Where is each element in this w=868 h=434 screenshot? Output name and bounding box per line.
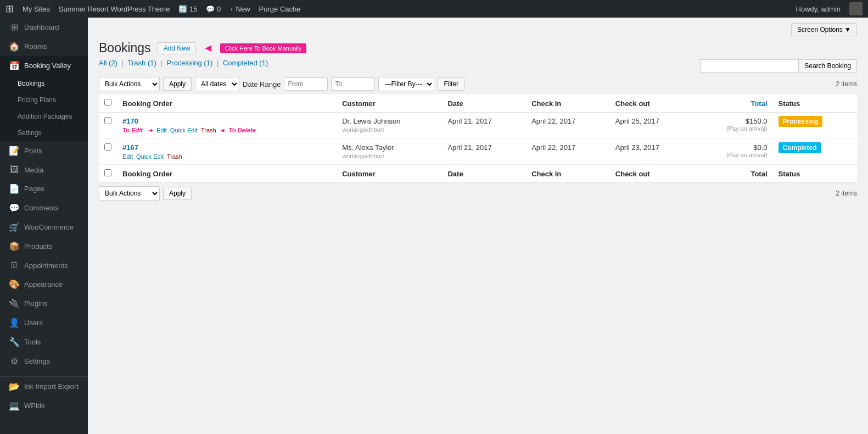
quick-edit-link-167[interactable]: Quick Edit (136, 153, 164, 160)
my-sites-link[interactable]: My Sites (23, 5, 50, 13)
sidebar-item-appointments[interactable]: 🗓 Appointments (0, 256, 88, 275)
bulk-actions-select-top[interactable]: Bulk Actions Move to Trash (99, 77, 160, 91)
row-checkout-167: April 23, 2017 (610, 139, 694, 165)
add-new-annotation: Click Here To Book Manually (220, 43, 306, 53)
screen-options-bar: Screen Options ▼ (99, 23, 857, 36)
row-booking-order-170: #170 To Edit ➜ Edit Quick Edit Trash ◄ T… (117, 113, 337, 139)
products-icon: 📦 (9, 241, 20, 252)
booking-valley-submenu: Bookings Pricing Plans Addition Packages… (0, 75, 88, 141)
trash-link-167[interactable]: Trash (167, 153, 182, 160)
sidebar-item-products[interactable]: 📦 Products (0, 237, 88, 256)
header-checkbox-col (99, 94, 117, 113)
sidebar-item-label: Booking Valley (24, 62, 71, 70)
filter-completed[interactable]: Completed (1) (223, 59, 268, 67)
sidebar-item-posts[interactable]: 📝 Posts (0, 141, 88, 160)
add-new-button[interactable]: Add New (158, 42, 197, 54)
search-booking-input[interactable] (700, 59, 799, 73)
purge-cache-link[interactable]: Purge Cache (259, 5, 301, 13)
row-total-170: $150.0 (Pay on arrival) (693, 113, 772, 139)
sidebar-item-label: Tools (24, 338, 41, 346)
plugins-icon: 🔌 (9, 298, 20, 309)
sidebar-item-woocommerce[interactable]: 🛒 WooCommerce (0, 218, 88, 237)
sidebar-item-label: Dashboard (24, 23, 59, 31)
sidebar-item-bookings[interactable]: Bookings (0, 75, 88, 92)
sidebar-item-tools[interactable]: 🔧 Tools (0, 332, 88, 352)
theme-name-link[interactable]: Summer Resort WordPress Theme (59, 5, 170, 13)
sidebar-item-addition-packages[interactable]: Addition Packages (0, 108, 88, 125)
sidebar-item-rooms[interactable]: 🏠 Rooms (0, 37, 88, 56)
posts-icon: 📝 (9, 146, 20, 156)
sidebar-item-appearance[interactable]: 🎨 Appearance (0, 275, 88, 294)
comments-count[interactable]: 💬 0 (206, 5, 221, 13)
row-customer-167: Ms. Alexa Taylor workingwithburt (337, 139, 442, 165)
table-row: #167 Edit Quick Edit Trash Ms. Alexa Tay… (99, 139, 857, 165)
edit-link-170[interactable]: Edit (156, 127, 167, 134)
appointments-icon: 🗓 (9, 260, 20, 270)
updates-count[interactable]: 🔄 15 (178, 5, 197, 13)
filter-all[interactable]: All (2) (99, 59, 117, 67)
booking-order-link-170[interactable]: #170 (122, 117, 138, 125)
howdy-text: Howdy, admin (796, 5, 841, 13)
trash-link-170[interactable]: Trash (201, 127, 216, 134)
filter-links: All (2) | Trash (1) | Processing (1) | C… (99, 59, 268, 67)
screen-options-button[interactable]: Screen Options ▼ (791, 23, 857, 36)
apply-button-bottom[interactable]: Apply (163, 187, 192, 200)
booking-valley-icon: 📅 (9, 60, 20, 71)
select-all-checkbox-top[interactable] (104, 99, 111, 106)
sidebar-item-comments[interactable]: 💬 Comments (0, 198, 88, 218)
sidebar-item-ink-import-export[interactable]: 📂 Ink Import Export (0, 377, 88, 396)
from-input[interactable] (284, 77, 328, 91)
search-booking-button[interactable]: Search Booking (799, 59, 857, 73)
row-checkout-170: April 25, 2017 (610, 113, 694, 139)
sidebar-item-pages[interactable]: 📄 Pages (0, 179, 88, 198)
row-date-167: April 21, 2017 (442, 139, 526, 165)
select-all-checkbox-bottom[interactable] (104, 169, 111, 176)
sidebar-item-media[interactable]: 🖼 Media (0, 160, 88, 179)
row-checkin-167: April 22, 2017 (526, 139, 610, 165)
row-date-170: April 21, 2017 (442, 113, 526, 139)
sidebar-item-dashboard[interactable]: ⊞ Dashboard (0, 18, 88, 37)
sidebar-item-settings[interactable]: ⚙ Settings (0, 352, 88, 371)
new-link[interactable]: + New (229, 5, 250, 13)
wp-logo-icon[interactable]: ⊞ (5, 3, 14, 15)
media-icon: 🖼 (9, 165, 20, 175)
admin-bar: ⊞ My Sites Summer Resort WordPress Theme… (0, 0, 868, 18)
quick-edit-link-170[interactable]: Quick Edit (170, 127, 198, 134)
to-input[interactable] (331, 77, 375, 91)
filter-processing[interactable]: Processing (1) (166, 59, 212, 67)
sidebar-item-pricing-plans[interactable]: Pricing Plans (0, 92, 88, 108)
footer-header-booking-order: Booking Order (117, 165, 337, 183)
ink-icon: 📂 (9, 381, 20, 392)
row-select-167[interactable] (104, 143, 111, 151)
sidebar-item-settings-sub[interactable]: Settings (0, 125, 88, 141)
status-badge-167: Completed (779, 142, 821, 153)
add-new-arrow: ◄ (203, 42, 214, 54)
sidebar-item-label: Comments (24, 204, 59, 212)
rooms-icon: 🏠 (9, 41, 20, 52)
sidebar-item-users[interactable]: 👤 Users (0, 313, 88, 332)
sidebar-item-label: Pages (24, 185, 44, 193)
page-title: Bookings (99, 41, 151, 55)
sidebar-item-booking-valley[interactable]: 📅 Booking Valley (0, 56, 88, 75)
row-actions-170: To Edit ➜ Edit Quick Edit Trash ◄ To Del… (122, 127, 331, 134)
all-dates-select[interactable]: All dates (195, 77, 239, 91)
date-range-label: Date Range (243, 80, 281, 88)
sidebar-item-label: Rooms (24, 42, 47, 51)
row-actions-167: Edit Quick Edit Trash (122, 153, 331, 160)
filter-button[interactable]: Filter (438, 77, 464, 91)
appearance-icon: 🎨 (9, 279, 20, 290)
booking-order-link-167[interactable]: #167 (122, 143, 138, 152)
sidebar-item-label: Posts (24, 147, 42, 155)
edit-link-167[interactable]: Edit (122, 153, 133, 160)
header-status: Status (773, 94, 857, 113)
apply-button-top[interactable]: Apply (163, 77, 192, 91)
main-content: Screen Options ▼ Bookings Add New ◄ Clic… (88, 18, 868, 434)
row-select-170[interactable] (104, 117, 111, 124)
sidebar-item-wpide[interactable]: 💻 WPide (0, 396, 88, 415)
sidebar-item-plugins[interactable]: 🔌 Plugins (0, 294, 88, 313)
users-icon: 👤 (9, 318, 20, 328)
bulk-actions-select-bottom[interactable]: Bulk Actions Move to Trash (99, 186, 160, 201)
filter-trash[interactable]: Trash (1) (128, 59, 156, 67)
to-edit-arrow: ➜ (148, 127, 153, 134)
filter-by-select[interactable]: ---Filter By--- (378, 77, 434, 91)
